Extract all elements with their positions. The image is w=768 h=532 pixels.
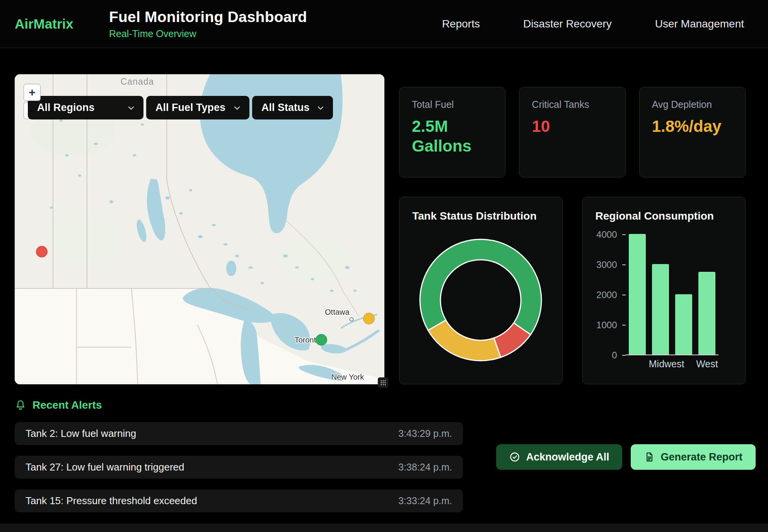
title-block: Fuel Monitoring Dashboard Real-Time Over… — [109, 9, 307, 39]
nav-item-user-management[interactable]: User Management — [655, 18, 744, 30]
app-logo: AirMatrix — [15, 16, 97, 32]
chevron-down-icon — [232, 103, 242, 113]
bar-axis-tick — [622, 325, 626, 326]
regional-consumption-title: Regional Consumption — [596, 210, 733, 222]
bar-ytick-label: 3000 — [596, 259, 617, 271]
nav-item-disaster-recovery[interactable]: Disaster Recovery — [523, 18, 612, 30]
alerts-actions: Acknowledge All Generate Report — [496, 444, 756, 470]
critical-tank-marker[interactable] — [36, 246, 48, 257]
resize-handle-icon[interactable] — [378, 377, 388, 388]
bar-axis-tick — [622, 234, 626, 235]
bar-1 — [652, 264, 669, 355]
bar-ytick-label: 1000 — [596, 319, 617, 331]
bell-icon — [15, 399, 26, 411]
right-panel: Total Fuel 2.5M Gallons Critical Tanks 1… — [399, 74, 746, 384]
nav-item-reports[interactable]: Reports — [442, 18, 480, 30]
main-nav: Reports Disaster Recovery User Managemen… — [442, 18, 744, 30]
map-card: Canada Ottawa Toronto New York + − All R… — [15, 74, 384, 384]
warning-tank-marker[interactable] — [363, 313, 375, 324]
page-subtitle: Real-Time Overview — [109, 28, 307, 39]
alert-row[interactable]: Tank 2: Low fuel warning 3:43:29 p.m. — [15, 422, 463, 445]
stat-card-total-fuel: Total Fuel 2.5M Gallons — [399, 87, 505, 177]
tank-status-title: Tank Status Distribution — [412, 210, 550, 222]
bar-xtick-label: Midwest — [649, 358, 672, 370]
alert-message: Tank 27: Low fuel warning triggered — [26, 461, 184, 473]
alert-message: Tank 2: Low fuel warning — [26, 428, 136, 440]
stat-card-critical-tanks: Critical Tanks 10 — [519, 87, 625, 177]
alerts-body: Tank 2: Low fuel warning 3:43:29 p.m. Ta… — [15, 422, 756, 512]
alert-timestamp: 3:33:24 p.m. — [398, 495, 452, 506]
alert-message: Tank 15: Pressure threshold exceeded — [26, 495, 197, 507]
bar-axis-tick — [622, 295, 626, 295]
region-filter-dropdown[interactable]: All Regions — [28, 96, 143, 119]
alert-timestamp: 3:43:29 p.m. — [398, 428, 452, 439]
bar-0 — [629, 234, 646, 355]
normal-tank-marker[interactable] — [316, 334, 327, 346]
map-markers — [15, 74, 384, 384]
map-viewport[interactable]: Canada Ottawa Toronto New York + − All R… — [15, 74, 384, 384]
bar-xtick-label: West — [695, 358, 719, 370]
generate-report-button[interactable]: Generate Report — [631, 444, 756, 470]
stats-row: Total Fuel 2.5M Gallons Critical Tanks 1… — [399, 87, 746, 177]
donut-segment-yellow — [428, 320, 501, 361]
bar-3 — [698, 272, 715, 355]
bar-ytick-label: 2000 — [596, 289, 617, 301]
acknowledge-all-button[interactable]: Acknowledge All — [496, 444, 622, 470]
alert-timestamp: 3:38:24 p.m. — [398, 462, 452, 473]
alerts-list: Tank 2: Low fuel warning 3:43:29 p.m. Ta… — [15, 422, 463, 512]
tank-status-card: Tank Status Distribution — [399, 197, 563, 384]
donut-holder — [412, 222, 550, 371]
bar-ytick-label: 4000 — [596, 229, 617, 240]
bar-chart: 01000200030004000MidwestWest — [596, 224, 733, 371]
stat-label: Total Fuel — [412, 99, 493, 110]
acknowledge-all-label: Acknowledge All — [526, 451, 609, 463]
donut-segment-green — [420, 239, 541, 335]
regional-consumption-card: Regional Consumption 01000200030004000Mi… — [582, 197, 746, 384]
bar-ytick-label: 0 — [596, 350, 617, 361]
charts-row: Tank Status Distribution Regional Consum… — [399, 197, 746, 384]
zoom-in-button[interactable]: + — [24, 84, 41, 101]
chevron-down-icon — [126, 103, 136, 113]
fuel-type-filter-dropdown[interactable]: All Fuel Types — [146, 96, 249, 119]
main-content: Canada Ottawa Toronto New York + − All R… — [15, 74, 746, 384]
alerts-title: Recent Alerts — [32, 399, 102, 411]
bar-axis-tick — [622, 264, 626, 265]
bar-plot — [626, 235, 719, 355]
chevron-down-icon — [316, 103, 325, 113]
document-icon — [644, 452, 655, 462]
alerts-section: Recent Alerts Tank 2: Low fuel warning 3… — [15, 399, 756, 512]
fuel-type-filter-label: All Fuel Types — [155, 102, 225, 114]
stat-label: Avg Depletion — [652, 99, 733, 110]
check-circle-icon — [509, 452, 520, 462]
page-title: Fuel Monitoring Dashboard — [109, 9, 307, 26]
app-header: AirMatrix Fuel Monitoring Dashboard Real… — [0, 0, 768, 48]
generate-report-label: Generate Report — [660, 451, 742, 463]
bar-2 — [675, 294, 692, 355]
stat-label: Critical Tanks — [532, 99, 613, 110]
alerts-header: Recent Alerts — [15, 399, 756, 411]
bar-axis-tick — [622, 355, 626, 356]
status-filter-dropdown[interactable]: All Status — [252, 96, 333, 119]
alert-row[interactable]: Tank 15: Pressure threshold exceeded 3:3… — [15, 489, 463, 512]
status-filter-label: All Status — [261, 102, 310, 114]
map-filters: All Regions All Fuel Types All Status — [28, 96, 333, 119]
region-filter-label: All Regions — [37, 102, 95, 114]
stat-card-avg-depletion: Avg Depletion 1.8%/​day — [639, 87, 746, 177]
stat-value: 10 — [532, 116, 611, 136]
stat-value: 1.8%/​day — [652, 116, 731, 136]
footer-strip — [0, 523, 768, 532]
donut-chart — [416, 236, 545, 364]
stat-value: 2.5M Gallons — [412, 116, 491, 156]
alert-row[interactable]: Tank 27: Low fuel warning triggered 3:38… — [15, 456, 463, 479]
